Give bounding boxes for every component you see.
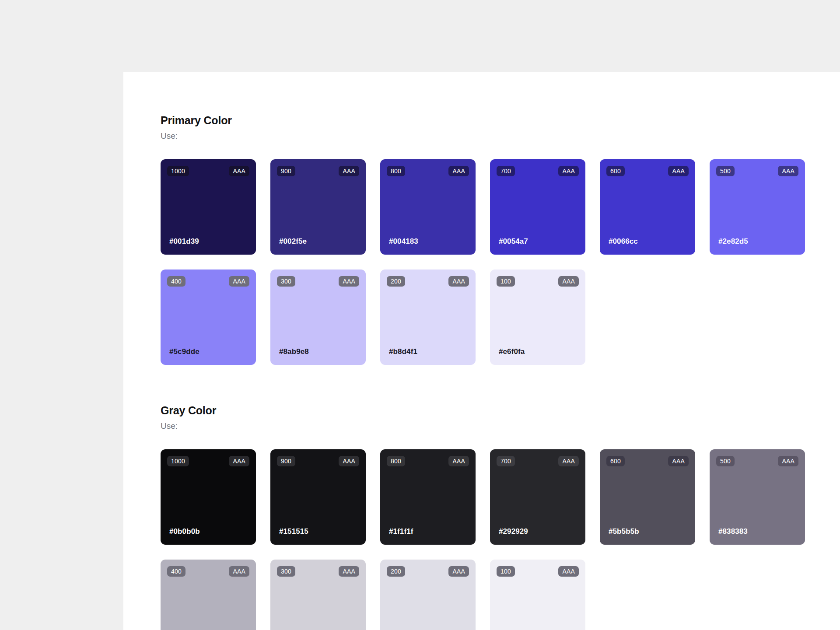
color-swatch-600[interactable]: 600 AAA #5b5b5b xyxy=(600,449,695,545)
content-panel: Primary Color Use: 1000 AAA #001d39 900 … xyxy=(123,72,840,630)
contrast-aaa-badge: AAA xyxy=(339,276,359,287)
color-swatch-700[interactable]: 700 AAA #292929 xyxy=(490,449,585,545)
color-swatch-400[interactable]: 400 AAA #aaaaaa xyxy=(161,560,256,630)
hex-code-label: #0b0b0b xyxy=(169,527,200,536)
scale-badge: 400 xyxy=(167,566,186,577)
color-swatch-300[interactable]: 300 AAA #d2d2d2 xyxy=(270,560,366,630)
scale-badge: 800 xyxy=(387,456,405,466)
section-title: Gray Color xyxy=(161,404,840,417)
contrast-aaa-badge: AAA xyxy=(339,166,359,176)
color-swatch-100[interactable]: 100 AAA #e6f0fa xyxy=(490,270,585,365)
contrast-aaa-badge: AAA xyxy=(448,566,469,577)
scale-badge: 900 xyxy=(277,166,295,176)
contrast-aaa-badge: AAA xyxy=(448,276,469,287)
hex-code-label: #0066cc xyxy=(609,237,638,246)
contrast-aaa-badge: AAA xyxy=(778,166,798,176)
scale-badge: 700 xyxy=(497,166,515,176)
color-swatch-900[interactable]: 900 AAA #151515 xyxy=(270,449,366,545)
scale-badge: 900 xyxy=(277,456,295,466)
hex-code-label: #b8d4f1 xyxy=(389,347,417,356)
section-subtitle: Use: xyxy=(161,421,840,431)
contrast-aaa-badge: AAA xyxy=(448,456,469,466)
scale-badge: 300 xyxy=(277,566,295,577)
hex-code-label: #1f1f1f xyxy=(389,527,413,536)
contrast-aaa-badge: AAA xyxy=(229,456,249,466)
color-swatch-800[interactable]: 800 AAA #004183 xyxy=(380,159,476,255)
color-swatch-200[interactable]: 200 AAA #fafafa xyxy=(380,560,476,630)
hex-code-label: #8ab9e8 xyxy=(279,347,309,356)
swatch-grid: 1000 AAA #0b0b0b 900 AAA #151515 800 AAA… xyxy=(161,449,805,630)
color-swatch-300[interactable]: 300 AAA #8ab9e8 xyxy=(270,270,366,365)
section-title: Primary Color xyxy=(161,114,840,127)
scale-badge: 800 xyxy=(387,166,405,176)
scale-badge: 200 xyxy=(387,566,405,577)
scale-badge: 600 xyxy=(606,166,625,176)
contrast-aaa-badge: AAA xyxy=(448,166,469,176)
contrast-aaa-badge: AAA xyxy=(558,566,579,577)
contrast-aaa-badge: AAA xyxy=(558,276,579,287)
contrast-aaa-badge: AAA xyxy=(339,566,359,577)
contrast-aaa-badge: AAA xyxy=(668,166,689,176)
scale-badge: 1000 xyxy=(167,166,189,176)
section-subtitle: Use: xyxy=(161,131,840,141)
scale-badge: 600 xyxy=(606,456,625,466)
hex-code-label: #001d39 xyxy=(169,237,199,246)
color-swatch-800[interactable]: 800 AAA #1f1f1f xyxy=(380,449,476,545)
hex-code-label: #151515 xyxy=(279,527,308,536)
color-swatch-400[interactable]: 400 AAA #5c9dde xyxy=(161,270,256,365)
color-swatch-700[interactable]: 700 AAA #0054a7 xyxy=(490,159,585,255)
contrast-aaa-badge: AAA xyxy=(229,166,249,176)
scale-badge: 500 xyxy=(716,456,735,466)
contrast-aaa-badge: AAA xyxy=(668,456,689,466)
swatch-grid: 1000 AAA #001d39 900 AAA #002f5e 800 AAA… xyxy=(161,159,805,365)
hex-code-label: #292929 xyxy=(499,527,528,536)
scale-badge: 200 xyxy=(387,276,405,287)
hex-code-label: #5b5b5b xyxy=(609,527,639,536)
scale-badge: 100 xyxy=(497,566,515,577)
scale-badge: 500 xyxy=(716,166,735,176)
hex-code-label: #2e82d5 xyxy=(718,237,748,246)
color-swatch-1000[interactable]: 1000 AAA #0b0b0b xyxy=(161,449,256,545)
hex-code-label: #004183 xyxy=(389,237,418,246)
color-swatch-1000[interactable]: 1000 AAA #001d39 xyxy=(161,159,256,255)
contrast-aaa-badge: AAA xyxy=(558,166,579,176)
contrast-aaa-badge: AAA xyxy=(778,456,798,466)
scale-badge: 1000 xyxy=(167,456,189,466)
color-guide-content: Primary Color Use: 1000 AAA #001d39 900 … xyxy=(123,72,840,630)
hex-code-label: #002f5e xyxy=(279,237,307,246)
contrast-aaa-badge: AAA xyxy=(229,566,249,577)
color-swatch-900[interactable]: 900 AAA #002f5e xyxy=(270,159,366,255)
contrast-aaa-badge: AAA xyxy=(229,276,249,287)
color-section-gray-color: Gray Color Use: 1000 AAA #0b0b0b 900 AAA… xyxy=(161,404,840,630)
hex-code-label: #5c9dde xyxy=(169,347,200,356)
scale-badge: 700 xyxy=(497,456,515,466)
color-swatch-600[interactable]: 600 AAA #0066cc xyxy=(600,159,695,255)
contrast-aaa-badge: AAA xyxy=(558,456,579,466)
color-swatch-100[interactable]: 100 AAA #ffffff xyxy=(490,560,585,630)
hex-code-label: #0054a7 xyxy=(499,237,528,246)
hex-code-label: #e6f0fa xyxy=(499,347,525,356)
hex-code-label: #838383 xyxy=(718,527,748,536)
scale-badge: 100 xyxy=(497,276,515,287)
scale-badge: 400 xyxy=(167,276,186,287)
scale-badge: 300 xyxy=(277,276,295,287)
page-canvas: Primary Color Use: 1000 AAA #001d39 900 … xyxy=(0,0,840,630)
color-section-primary-color: Primary Color Use: 1000 AAA #001d39 900 … xyxy=(161,114,840,365)
color-swatch-200[interactable]: 200 AAA #b8d4f1 xyxy=(380,270,476,365)
color-swatch-500[interactable]: 500 AAA #2e82d5 xyxy=(710,159,805,255)
color-swatch-500[interactable]: 500 AAA #838383 xyxy=(710,449,805,545)
contrast-aaa-badge: AAA xyxy=(339,456,359,466)
